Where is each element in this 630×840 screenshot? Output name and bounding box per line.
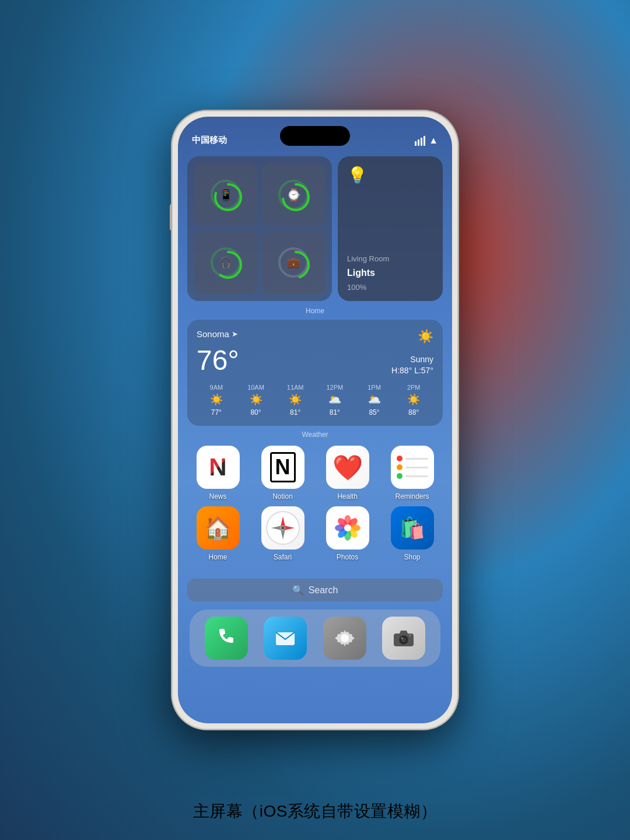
settings-dock-icon — [323, 617, 366, 660]
svg-point-27 — [401, 638, 403, 639]
screen-content: 📱 ⌚ — [178, 150, 452, 723]
reminders-label: Reminders — [395, 492, 429, 501]
signal-bars-icon — [415, 136, 425, 146]
page-caption: 主屏幕（iOS系统自带设置模糊） — [0, 800, 630, 822]
notion-label: Notion — [272, 492, 293, 501]
news-label: News — [209, 492, 226, 501]
app-photos[interactable]: Photos — [317, 506, 378, 561]
phone-dock-icon — [205, 617, 248, 660]
battery-item-phone[interactable]: 📱 — [194, 163, 257, 226]
photos-label: Photos — [337, 553, 358, 561]
carrier-label: 中国移动 — [192, 135, 227, 146]
ring-airpods-icon — [213, 250, 243, 280]
weather-widget-label: Weather — [187, 430, 443, 439]
shop-icon: 🛍️ — [391, 506, 434, 550]
svg-point-10 — [281, 526, 285, 530]
photos-icon — [326, 506, 369, 550]
app-grid-row2: 🏠 Home — [187, 506, 443, 561]
status-icons: ▲ — [415, 135, 438, 146]
weather-temp: 76° — [197, 346, 239, 374]
safari-compass-icon — [265, 510, 300, 545]
search-label: Search — [309, 585, 338, 596]
app-news[interactable]: N News — [187, 446, 249, 501]
app-safari[interactable]: Safari — [252, 506, 313, 561]
hour-11am: 11AM ☀️ 81° — [275, 384, 315, 416]
home-widget-label: Home — [187, 307, 443, 315]
brightness-pct: 100% — [347, 283, 433, 292]
gear-icon — [332, 625, 358, 651]
app-reminders[interactable]: Reminders — [382, 446, 443, 501]
news-icon: N — [197, 446, 240, 489]
high-low-text: H:88° L:57° — [391, 365, 433, 377]
ring-watch-icon — [281, 182, 311, 212]
mail-envelope-icon — [272, 625, 298, 651]
room-label: Living Room — [347, 254, 433, 263]
camera-body-icon — [391, 625, 416, 651]
sun-icon: ☀️ — [418, 329, 433, 344]
ring-phone-icon — [213, 182, 243, 212]
hour-9am: 9AM ☀️ 77° — [197, 384, 236, 416]
app-home[interactable]: 🏠 Home — [187, 506, 249, 561]
svg-point-0 — [215, 184, 241, 210]
hour-12pm: 12PM 🌥️ 81° — [315, 384, 355, 416]
lightbulb-icon: 💡 — [347, 166, 433, 185]
reminders-icon — [391, 446, 434, 489]
phone-shell: 中国移动 ▲ — [172, 111, 458, 729]
lights-label: Lights — [347, 268, 433, 278]
app-health[interactable]: ❤️ Health — [317, 446, 378, 501]
dock-phone[interactable] — [205, 617, 248, 660]
dynamic-island — [280, 126, 350, 146]
mail-dock-icon — [264, 617, 307, 660]
phone-screen: 中国移动 ▲ — [178, 117, 452, 723]
weather-location-text: Sonoma — [197, 329, 229, 339]
ring-case-icon — [281, 250, 311, 280]
hour-1pm: 1PM 🌥️ 85° — [355, 384, 394, 416]
health-label: Health — [337, 492, 358, 501]
app-notion[interactable]: N Notion — [252, 446, 313, 501]
dock-settings[interactable] — [323, 617, 366, 660]
shop-label: Shop — [404, 553, 420, 561]
dock-mail[interactable] — [264, 617, 307, 660]
condition-text: Sunny — [391, 354, 433, 366]
svg-point-20 — [344, 524, 351, 531]
app-grid-row1: N News N Notion ❤️ Hea — [187, 446, 443, 501]
phone-handset-icon — [214, 625, 239, 651]
search-magnifier-icon: 🔍 — [292, 584, 304, 596]
svg-point-1 — [283, 184, 309, 210]
battery-item-case[interactable]: 💼 — [262, 231, 325, 294]
camera-dock-icon — [382, 617, 425, 660]
photos-flower-icon — [330, 510, 365, 545]
battery-item-airpods[interactable]: 🎧 — [194, 231, 257, 294]
search-bar[interactable]: 🔍 Search — [187, 579, 443, 601]
home-app-icon: 🏠 — [197, 506, 240, 550]
health-icon: ❤️ — [326, 446, 369, 489]
notion-icon: N — [261, 446, 304, 489]
dock — [190, 610, 440, 667]
svg-point-3 — [283, 252, 309, 278]
weather-hourly: 9AM ☀️ 77° 10AM ☀️ 80° 11AM ☀️ 81° — [197, 384, 433, 416]
wifi-icon: ▲ — [429, 135, 438, 146]
app-shop[interactable]: 🛍️ Shop — [382, 506, 443, 561]
hour-10am: 10AM ☀️ 80° — [236, 384, 276, 416]
home-app-label: Home — [208, 553, 227, 561]
battery-widget: 📱 ⌚ — [187, 156, 332, 301]
battery-item-watch[interactable]: ⌚ — [262, 163, 325, 226]
weather-widget[interactable]: Sonoma ➤ ☀️ 76° Sunny H:88° L:57° 9AM ☀️ — [187, 320, 443, 426]
svg-point-2 — [215, 252, 241, 278]
widgets-row: 📱 ⌚ — [187, 156, 443, 301]
dock-camera[interactable] — [382, 617, 425, 660]
location-arrow-icon: ➤ — [232, 330, 238, 338]
svg-point-28 — [409, 634, 411, 636]
safari-label: Safari — [274, 553, 292, 561]
safari-icon — [261, 506, 304, 550]
hour-2pm: 2PM ☀️ 88° — [394, 384, 433, 416]
home-widget[interactable]: 💡 Living Room Lights 100% — [338, 156, 443, 301]
